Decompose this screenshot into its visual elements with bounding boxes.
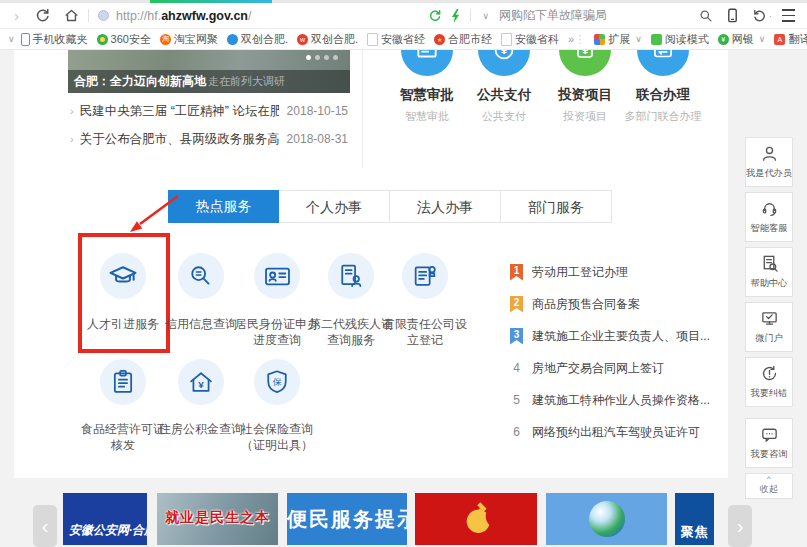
speed-lightning-icon[interactable]: [450, 9, 461, 23]
sidebar-error-correction[interactable]: 我要纠错: [745, 357, 793, 407]
carousel-caption-band: 合肥：全力迈向创新高地 走在前列大调研: [68, 70, 350, 93]
service-id-card-progress[interactable]: [254, 253, 300, 299]
service-social-insurance-query[interactable]: 保: [254, 359, 300, 405]
sidebar-collapse[interactable]: ^ 收起: [745, 473, 793, 499]
hot-list-item[interactable]: 3 建筑施工企业主要负责人、项目...: [510, 327, 728, 345]
service-housing-fund-query[interactable]: ¥: [178, 359, 224, 405]
banner-employment[interactable]: 就业是民生之本: [157, 493, 278, 545]
forward-button[interactable]: ›: [14, 7, 19, 24]
sidebar-label: 我是代办员: [746, 167, 792, 180]
chat-icon: [760, 425, 779, 444]
banner-anhui-police[interactable]: 安徽公安网·合肥: [63, 493, 147, 545]
banner-next-button[interactable]: ›: [728, 505, 752, 547]
error-report-icon: [760, 364, 779, 383]
bookmark-anhui-keji[interactable]: 安徽省科: [501, 32, 559, 47]
bookmark-360-safe[interactable]: 360安全: [97, 32, 151, 47]
search-input[interactable]: 网购陷下单故障骗局: [499, 7, 657, 24]
service-talent-introduction[interactable]: [100, 253, 146, 299]
tool-online-banking[interactable]: ¥网银∨: [718, 32, 766, 47]
banner-ecotech[interactable]: [546, 493, 667, 545]
banner-convenience-tips[interactable]: 便民服务提示: [287, 493, 407, 545]
sidebar-micro-portal[interactable]: 微门户: [745, 302, 793, 352]
undo-history-icon[interactable]: [752, 9, 767, 23]
quick-service-title: 联合办理: [624, 86, 702, 104]
tool-reading-mode[interactable]: 阅读模式: [651, 32, 709, 47]
sidebar-smart-service[interactable]: 智能客服: [745, 192, 793, 242]
banner-label: 就业是民生之本: [157, 509, 278, 527]
service-label[interactable]: 社会保险查询（证明出具）: [233, 421, 321, 453]
carousel-dot[interactable]: [306, 55, 311, 60]
chevron-down-icon[interactable]: ∨: [8, 34, 15, 44]
tool-extensions[interactable]: 扩展∨: [594, 32, 642, 47]
service-label[interactable]: 住房公积金查询: [157, 421, 245, 437]
tab-hot-services[interactable]: 热点服务: [168, 190, 279, 223]
bookmark-taobao[interactable]: 淘淘宝网聚: [160, 32, 218, 47]
bookmark-hefei-jingxin[interactable]: ★合肥市经: [434, 32, 492, 47]
sidebar-help-center[interactable]: 帮助中心: [745, 247, 793, 297]
quick-service-smart-approval[interactable]: 智慧审批 智慧审批: [388, 50, 466, 124]
service-food-license[interactable]: [100, 359, 146, 405]
mobile-view-icon[interactable]: [726, 8, 739, 23]
service-llc-registration[interactable]: [402, 253, 448, 299]
news-carousel[interactable]: 合肥：全力迈向创新高地 走在前列大调研: [68, 50, 350, 93]
address-bar[interactable]: http://hf.ahzwfw.gov.cn/: [116, 9, 251, 23]
chevron-up-icon: ^: [767, 476, 771, 482]
service-label[interactable]: 人才引进服务: [79, 316, 167, 332]
banner-focus[interactable]: 聚焦: [675, 493, 714, 545]
phone-icon: [21, 33, 30, 46]
news-date: 2018-08-31: [287, 132, 348, 146]
site-icon: w: [297, 34, 308, 45]
page-icon: [501, 33, 512, 46]
tab-personal-affairs[interactable]: 个人办事: [279, 190, 390, 223]
bookmark-shuangchuang-2[interactable]: w双创合肥.: [297, 32, 358, 47]
banner-prev-button[interactable]: ‹: [33, 505, 57, 547]
banner-party[interactable]: [415, 493, 537, 545]
service-label[interactable]: 有限责任公司设立登记: [381, 316, 469, 348]
news-item[interactable]: › 关于公布合肥市、县两级政务服务高频事... 2018-08-31: [70, 131, 348, 147]
search-icon[interactable]: [699, 9, 713, 23]
carousel-dot[interactable]: [324, 55, 329, 60]
hot-list-text: 房地产交易合同网上签订: [532, 360, 664, 377]
chevron-down-icon[interactable]: ·: [769, 11, 772, 21]
hot-list-item[interactable]: 4 房地产交易合同网上签订: [510, 359, 728, 377]
menu-icon[interactable]: [782, 7, 795, 24]
service-label[interactable]: 食品经营许可证核发: [79, 421, 167, 453]
hot-list-item[interactable]: 1 劳动用工登记办理: [510, 263, 728, 281]
news-title: 关于公布合肥市、县两级政务服务高频事...: [80, 131, 279, 148]
service-tabs: 热点服务 个人办事 法人办事 部门服务: [168, 190, 612, 223]
hot-list-text: 劳动用工登记办理: [532, 264, 628, 281]
book-icon: [651, 34, 662, 45]
bookmark-shuangchuang-1[interactable]: 双创合肥.: [227, 32, 288, 47]
news-item[interactable]: › 民建中央第三届 “工匠精神” 论坛在肥举办 2018-10-15: [70, 103, 348, 119]
site-info-icon[interactable]: [98, 10, 109, 21]
bookmark-mobile-favorites[interactable]: 手机收藏夹: [21, 32, 88, 47]
quick-service-investment[interactable]: ¥ 投资项目 投资项目: [546, 50, 624, 124]
svg-text:¥: ¥: [582, 50, 588, 56]
service-label[interactable]: 信用信息查询: [157, 316, 245, 332]
home-button[interactable]: [64, 8, 79, 23]
smart-approval-icon: [401, 50, 453, 76]
service-credit-info-query[interactable]: [178, 253, 224, 299]
chevron-down-icon[interactable]: ∨: [482, 11, 489, 21]
tab-department-services[interactable]: 部门服务: [501, 190, 612, 223]
hot-list-item[interactable]: 5 建筑施工特种作业人员操作资格...: [510, 391, 728, 409]
sidebar-label: 微门户: [755, 332, 783, 345]
sidebar-label: 帮助中心: [751, 277, 788, 290]
tab-legal-person-affairs[interactable]: 法人办事: [390, 190, 501, 223]
tool-translate[interactable]: A翻译∨: [774, 32, 807, 47]
hot-list-item[interactable]: 2 商品房预售合同备案: [510, 295, 728, 313]
shield-icon: ¥: [718, 34, 729, 45]
quick-service-subtitle: 公共支付: [465, 109, 543, 124]
bookmark-anhui-jingxin[interactable]: 安徽省经: [367, 32, 425, 47]
quick-service-joint-handling[interactable]: 联合办理 多部门联合办理: [624, 50, 702, 124]
sidebar-agent[interactable]: 我是代办员: [745, 137, 793, 187]
carousel-dot[interactable]: [333, 55, 338, 60]
service-disability-cert-query[interactable]: [328, 253, 374, 299]
joint-handling-icon: [637, 50, 689, 76]
refresh-button[interactable]: [35, 8, 50, 23]
safe-refresh-icon[interactable]: [428, 9, 442, 23]
quick-service-public-payment[interactable]: ¥ 公共支付 公共支付: [465, 50, 543, 124]
hot-list-item[interactable]: 6 网络预约出租汽车驾驶员证许可: [510, 423, 728, 441]
sidebar-consultation[interactable]: 我要咨询: [745, 418, 793, 468]
carousel-dot[interactable]: [315, 55, 320, 60]
